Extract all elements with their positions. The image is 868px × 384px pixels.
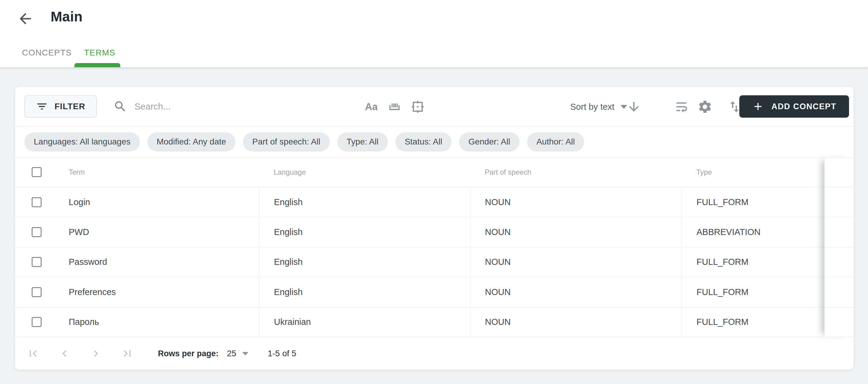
wrap-text-button[interactable] — [673, 99, 689, 115]
table-row[interactable]: Preferences English NOUN FULL_FORM — [15, 277, 854, 307]
term-cell: Пароль — [69, 317, 99, 327]
row-checkbox[interactable] — [32, 287, 41, 297]
table-header: Term Language Part of speech Type — [15, 157, 854, 187]
wrap-text-icon — [674, 99, 689, 114]
crop-frame-icon — [410, 99, 425, 114]
part-of-speech-cell: NOUN — [485, 227, 510, 237]
first-page-button[interactable] — [27, 347, 40, 360]
type-cell: FULL_FORM — [696, 257, 748, 267]
part-of-speech-cell: NOUN — [485, 317, 510, 327]
filter-icon — [36, 100, 48, 113]
table-body: Login English NOUN FULL_FORM PWD English… — [15, 187, 854, 337]
part-of-speech-cell: NOUN — [485, 197, 510, 207]
filter-chip[interactable]: Type: All — [337, 132, 388, 151]
term-cell: Preferences — [69, 287, 116, 297]
plus-icon — [752, 100, 764, 113]
page-title: Main — [51, 8, 83, 25]
filter-button[interactable]: FILTER — [24, 95, 97, 118]
type-cell: FULL_FORM — [696, 287, 748, 297]
type-cell: FULL_FORM — [696, 197, 748, 207]
back-arrow-icon — [17, 10, 34, 27]
table-row[interactable]: Login English NOUN FULL_FORM — [15, 187, 854, 217]
pagination-bar: Rows per page: 25 1-5 of 5 — [15, 337, 854, 370]
column-header-part-of-speech[interactable]: Part of speech — [485, 168, 531, 176]
row-checkbox[interactable] — [32, 317, 41, 327]
row-checkbox[interactable] — [32, 197, 41, 207]
column-header-term[interactable]: Term — [69, 168, 85, 176]
settings-button[interactable] — [697, 99, 713, 115]
arrow-down-icon — [627, 99, 641, 114]
rows-per-page-caret-icon — [242, 352, 248, 355]
filter-chip[interactable]: Part of speech: All — [243, 132, 330, 151]
search-icon — [113, 99, 127, 113]
row-overflow-cell — [824, 247, 854, 277]
match-case-button[interactable]: Aa — [363, 99, 379, 115]
sort-direction-button[interactable] — [626, 99, 642, 115]
filter-chip[interactable]: Status: All — [396, 132, 452, 151]
page-header: Main CONCEPTS TERMS — [0, 0, 868, 67]
active-tab-indicator — [74, 63, 120, 67]
filter-chip[interactable]: Gender: All — [459, 132, 520, 151]
table-row[interactable]: PWD English NOUN ABBREVIATION — [15, 217, 854, 247]
sort-select[interactable]: Sort by text — [570, 99, 627, 115]
filter-chip-label: Status: All — [405, 137, 442, 147]
page-range-label: 1-5 of 5 — [268, 349, 296, 358]
gear-icon — [698, 99, 712, 114]
column-header-type[interactable]: Type — [696, 168, 712, 176]
term-cell: Login — [69, 197, 90, 207]
row-overflow-cell — [824, 217, 854, 247]
previous-page-button[interactable] — [58, 347, 71, 360]
language-cell: English — [274, 197, 303, 207]
term-cell: PWD — [69, 227, 89, 237]
type-cell: FULL_FORM — [696, 317, 748, 327]
first-page-icon — [27, 347, 40, 360]
search-box — [113, 95, 327, 118]
rows-per-page-value: 25 — [227, 349, 236, 358]
type-cell: ABBREVIATION — [696, 227, 761, 237]
part-of-speech-cell: NOUN — [485, 257, 510, 267]
filter-chip-label: Gender: All — [468, 137, 510, 147]
last-page-icon — [121, 347, 134, 360]
filter-chip-label: Author: All — [536, 137, 575, 147]
add-concept-label: ADD CONCEPT — [771, 102, 836, 111]
filter-chip-row: Languages: All languages Modified: Any d… — [15, 126, 854, 157]
language-cell: English — [274, 227, 303, 237]
match-case-icon: Aa — [365, 101, 378, 113]
part-of-speech-cell: NOUN — [485, 287, 510, 297]
chevron-right-icon — [89, 347, 102, 360]
filter-chip[interactable]: Modified: Any date — [147, 132, 236, 151]
barcode-icon — [387, 99, 402, 114]
table-row[interactable]: Password English NOUN FULL_FORM — [15, 247, 854, 277]
chevron-left-icon — [58, 347, 71, 360]
filter-chip[interactable]: Languages: All languages — [24, 132, 140, 151]
search-input[interactable] — [134, 101, 327, 112]
add-concept-button[interactable]: ADD CONCEPT — [739, 95, 849, 118]
tab-concepts[interactable]: CONCEPTS — [22, 48, 72, 58]
sort-label: Sort by text — [570, 102, 615, 112]
next-page-button[interactable] — [89, 347, 102, 360]
row-overflow-cell — [824, 307, 854, 337]
filter-chip-label: Languages: All languages — [34, 137, 130, 147]
back-button[interactable] — [17, 10, 34, 27]
filter-button-label: FILTER — [55, 102, 85, 111]
column-header-language[interactable]: Language — [274, 168, 306, 176]
toolbar: FILTER Aa — [15, 87, 854, 126]
row-overflow-cell — [824, 277, 854, 307]
filter-chip-label: Type: All — [347, 137, 378, 147]
table-row[interactable]: Пароль Ukrainian NOUN FULL_FORM — [15, 307, 854, 337]
filter-chip-label: Part of speech: All — [252, 137, 320, 147]
last-page-button[interactable] — [121, 347, 134, 360]
row-checkbox[interactable] — [32, 257, 41, 267]
tab-terms[interactable]: TERMS — [84, 48, 116, 58]
terms-card: FILTER Aa — [15, 87, 854, 370]
focus-frame-button[interactable] — [410, 99, 426, 115]
select-all-checkbox[interactable] — [32, 167, 41, 177]
filter-chip-label: Modified: Any date — [157, 137, 226, 147]
barcode-search-button[interactable] — [386, 99, 403, 115]
rows-per-page-select[interactable]: 25 — [227, 349, 248, 358]
table-header-overflow-cell — [824, 157, 854, 187]
term-cell: Password — [69, 257, 107, 267]
language-cell: Ukrainian — [274, 317, 311, 327]
row-checkbox[interactable] — [32, 227, 41, 237]
filter-chip[interactable]: Author: All — [527, 132, 584, 151]
